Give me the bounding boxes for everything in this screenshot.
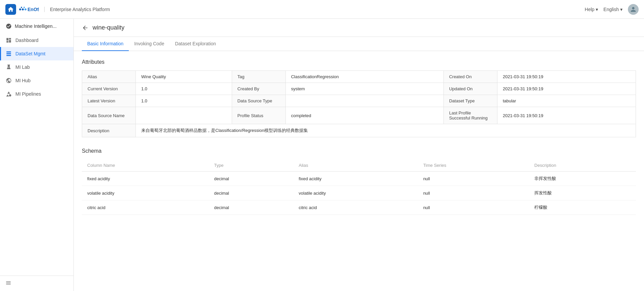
tabs-bar: Basic Information Invoking Code Dataset …: [74, 37, 644, 51]
attributes-table: Alias Wine Quality Tag ClassificationReg…: [82, 70, 636, 137]
main-content: wine-quality Basic Information Invoking …: [74, 19, 644, 291]
machine-intelligence-icon: [5, 23, 12, 30]
schema-table-row: citric acid decimal citric acid null 柠檬酸: [82, 200, 636, 215]
svg-point-0: [19, 8, 21, 10]
attr-label-tag: Tag: [232, 71, 285, 83]
attr-value-updated-on: 2021-03-31 19:50:19: [497, 83, 636, 95]
attr-label-updated-on: Updated On: [443, 83, 497, 95]
attr-value-description: 来自葡萄牙北部的葡萄酒样品数据，是Classification/Regressi…: [136, 124, 636, 137]
sidebar-item-mi-lab[interactable]: MI Lab: [0, 60, 73, 74]
sidebar-collapse-button[interactable]: [0, 276, 73, 291]
attr-label-alias: Alias: [82, 71, 136, 83]
attr-label-profile-status: Profile Status: [232, 107, 285, 124]
schema-cell-description: 挥发性酸: [529, 186, 636, 200]
schema-cell-type: decimal: [209, 200, 293, 215]
schema-table-row: volatile acidity decimal volatile acidit…: [82, 186, 636, 200]
schema-cell-type: decimal: [209, 172, 293, 186]
sidebar-item-mi-pipelines[interactable]: MI Pipelines: [0, 87, 73, 101]
sidebar-item-dashboard[interactable]: Dashboard: [0, 34, 73, 47]
table-row: Latest Version 1.0 Data Source Type Data…: [82, 95, 636, 107]
schema-table: Column Name Type Alias Time Series Descr…: [82, 159, 636, 215]
attr-value-data-source-type: [285, 95, 443, 107]
schema-cell-alias: fixed acidity: [293, 172, 418, 186]
schema-col-type: Type: [209, 159, 293, 172]
schema-cell-description: 柠檬酸: [529, 200, 636, 215]
hub-icon: [5, 77, 12, 84]
schema-cell-time-series: null: [418, 186, 529, 200]
schema-cell-time-series: null: [418, 200, 529, 215]
logo-area: EnOS ™ Enterprise Analytics Platform: [5, 4, 110, 15]
attr-value-profile-status: completed: [285, 107, 443, 124]
page-header: wine-quality: [74, 19, 644, 37]
sidebar-item-dataset-mgmt[interactable]: DataSet Mgmt: [0, 47, 73, 60]
chevron-down-icon: ▾: [596, 7, 598, 12]
tab-dataset-exploration[interactable]: Dataset Exploration: [170, 37, 221, 51]
enos-dots-svg: EnOS ™: [19, 6, 39, 13]
sidebar: Machine Intelligen... Dashboard DataSet …: [0, 19, 74, 291]
schema-col-column-name: Column Name: [82, 159, 209, 172]
avatar[interactable]: [628, 4, 639, 15]
attr-value-last-profile: 2021-03-31 19:50:19: [497, 107, 636, 124]
table-row: Description 来自葡萄牙北部的葡萄酒样品数据，是Classificat…: [82, 124, 636, 137]
attr-label-last-profile: Last Profile Successful Running: [443, 107, 497, 124]
content-area: Attributes Alias Wine Quality Tag Classi…: [74, 51, 644, 223]
chevron-down-icon: ▾: [620, 7, 623, 12]
sidebar-section-title: Machine Intelligen...: [0, 19, 73, 34]
svg-point-3: [21, 7, 22, 8]
schema-cell-type: decimal: [209, 186, 293, 200]
table-row: Alias Wine Quality Tag ClassificationReg…: [82, 71, 636, 83]
attr-label-data-source-type: Data Source Type: [232, 95, 285, 107]
table-row: Current Version 1.0 Created By system Up…: [82, 83, 636, 95]
dashboard-icon: [5, 37, 12, 44]
attr-value-created-by: system: [285, 83, 443, 95]
dataset-icon: [5, 50, 12, 57]
home-icon[interactable]: [5, 4, 16, 15]
attr-label-dataset-type: Dataset Type: [443, 95, 497, 107]
attr-value-dataset-type: tabular: [497, 95, 636, 107]
schema-header-row: Column Name Type Alias Time Series Descr…: [82, 159, 636, 172]
topbar-right: Help ▾ English ▾: [585, 4, 639, 15]
schema-section-title: Schema: [82, 148, 636, 154]
svg-point-1: [22, 8, 24, 10]
attr-label-created-by: Created By: [232, 83, 285, 95]
svg-point-2: [24, 8, 26, 10]
pipelines-icon: [5, 91, 12, 97]
tab-invoking-code[interactable]: Invoking Code: [129, 37, 170, 51]
schema-col-description: Description: [529, 159, 636, 172]
schema-cell-column-name: volatile acidity: [82, 186, 209, 200]
attr-label-current-version: Current Version: [82, 83, 136, 95]
schema-col-alias: Alias: [293, 159, 418, 172]
svg-text:™: ™: [36, 8, 39, 11]
enos-logo: EnOS ™: [19, 6, 39, 13]
tab-basic-information[interactable]: Basic Information: [82, 37, 129, 51]
attr-label-created-on: Created On: [443, 71, 497, 83]
lab-icon: [5, 64, 12, 70]
attr-label-description: Description: [82, 124, 136, 137]
attr-value-created-on: 2021-03-31 19:50:19: [497, 71, 636, 83]
attr-label-latest-version: Latest Version: [82, 95, 136, 107]
attr-value-latest-version: 1.0: [136, 95, 232, 107]
attributes-section-title: Attributes: [82, 59, 636, 65]
schema-cell-column-name: citric acid: [82, 200, 209, 215]
schema-cell-alias: volatile acidity: [293, 186, 418, 200]
attr-value-tag: ClassificationRegression: [285, 71, 443, 83]
back-button[interactable]: [82, 25, 89, 31]
help-button[interactable]: Help ▾: [585, 7, 598, 12]
attr-value-alias: Wine Quality: [136, 71, 232, 83]
schema-cell-alias: citric acid: [293, 200, 418, 215]
topbar: EnOS ™ Enterprise Analytics Platform Hel…: [0, 0, 644, 19]
sidebar-item-mi-hub[interactable]: MI Hub: [0, 74, 73, 87]
schema-cell-time-series: null: [418, 172, 529, 186]
schema-col-time-series: Time Series: [418, 159, 529, 172]
language-button[interactable]: English ▾: [603, 7, 623, 12]
page-title: wine-quality: [93, 24, 124, 31]
attr-value-current-version: 1.0: [136, 83, 232, 95]
attr-label-data-source-name: Data Source Name: [82, 107, 136, 124]
schema-cell-description: 非挥发性酸: [529, 172, 636, 186]
svg-point-4: [23, 7, 25, 8]
schema-cell-column-name: fixed acidity: [82, 172, 209, 186]
table-row: Data Source Name Profile Status complete…: [82, 107, 636, 124]
app-title: Enterprise Analytics Platform: [44, 7, 110, 12]
attr-value-data-source-name: [136, 107, 232, 124]
schema-table-row: fixed acidity decimal fixed acidity null…: [82, 172, 636, 186]
